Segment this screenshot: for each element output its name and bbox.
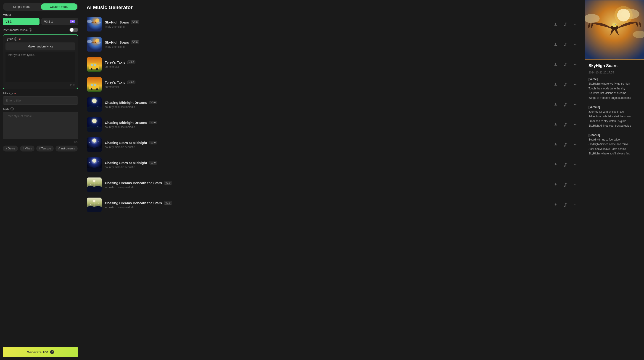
song-title-row: Chasing Stars at Midnight V3.0: [105, 161, 550, 165]
more-button[interactable]: [573, 162, 579, 168]
download-button[interactable]: [553, 142, 558, 148]
song-details: SkyHigh Soars 2024-10-22 20:17:55 [Verse…: [585, 60, 644, 160]
more-button[interactable]: [573, 61, 579, 67]
svg-point-30: [96, 88, 98, 90]
v3-info-icon[interactable]: ℹ: [10, 20, 12, 23]
svg-point-55: [99, 141, 99, 142]
notes-button[interactable]: [563, 122, 569, 127]
svg-rect-36: [87, 107, 102, 112]
svg-point-6: [577, 24, 577, 25]
lyrics-textarea[interactable]: [6, 52, 75, 82]
generate-button[interactable]: Generate 100 ✓: [3, 347, 78, 357]
svg-point-48: [97, 126, 98, 127]
svg-point-12: [576, 44, 576, 45]
more-button[interactable]: [573, 101, 579, 107]
custom-mode-button[interactable]: Custom mode: [41, 3, 78, 10]
notes-button[interactable]: [563, 61, 569, 67]
song-info: SkyHigh Soars V3.0 jingle energizing: [105, 40, 550, 48]
download-button[interactable]: [553, 21, 558, 27]
song-thumbnail: [87, 17, 102, 31]
notes-button[interactable]: [563, 202, 569, 208]
song-actions: [553, 202, 579, 208]
svg-point-10: [96, 38, 99, 42]
notes-button[interactable]: [563, 162, 569, 168]
song-title-row: SkyHigh Soars V3.0: [105, 40, 550, 44]
svg-point-93: [614, 6, 633, 24]
svg-point-57: [88, 146, 89, 147]
title-required: ★: [14, 91, 16, 95]
more-button[interactable]: [573, 202, 579, 208]
download-button[interactable]: [553, 122, 558, 127]
v35-button[interactable]: V3.5 ℹ Pro: [41, 18, 78, 25]
song-item[interactable]: SkyHigh Soars V3.0 jingle energizing: [84, 34, 582, 54]
song-item[interactable]: Terry's Taxis V3.0 commercial: [84, 74, 582, 94]
notes-button[interactable]: [563, 182, 569, 188]
v35-info-icon[interactable]: ℹ: [52, 20, 52, 23]
download-button[interactable]: [553, 182, 558, 188]
center-panel: AI Music Generator SkyHigh Soars V3.0 ji…: [81, 0, 584, 360]
style-info-icon[interactable]: ℹ: [10, 107, 14, 110]
notes-button[interactable]: [563, 81, 569, 87]
song-item[interactable]: Chasing Stars at Midnight V3.0 country m…: [84, 135, 582, 155]
more-button[interactable]: [573, 122, 579, 127]
song-info: Chasing Dreams Beneath the Stars V3.0 ac…: [105, 181, 550, 189]
more-button[interactable]: [573, 21, 579, 27]
notes-button[interactable]: [563, 101, 569, 107]
svg-point-51: [577, 124, 577, 125]
song-name: Chasing Midnight Dreams: [105, 121, 147, 125]
generate-label: Generate 100: [27, 350, 48, 354]
tag-tempos-button[interactable]: # Tempos: [36, 146, 54, 151]
tag-instruments-button[interactable]: # Instruments: [56, 146, 78, 151]
svg-point-19: [91, 68, 92, 70]
lyrics-info-icon[interactable]: ℹ: [14, 37, 17, 41]
more-button[interactable]: [573, 81, 579, 87]
v3-button[interactable]: V3 ℹ: [3, 18, 40, 25]
song-info: Chasing Stars at Midnight V3.0 country m…: [105, 141, 550, 149]
title-info-icon[interactable]: ℹ: [9, 92, 12, 95]
instrumental-toggle[interactable]: [70, 27, 78, 32]
song-item[interactable]: Terry's Taxis V3.0 commercial: [84, 54, 582, 74]
lyrics-required: ★: [18, 37, 21, 41]
svg-point-77: [574, 185, 575, 185]
svg-point-83: [98, 203, 99, 204]
song-info: Chasing Midnight Dreams V3.0 country aco…: [105, 121, 550, 129]
more-button[interactable]: [573, 142, 579, 148]
song-actions: [553, 41, 579, 47]
song-item[interactable]: Chasing Midnight Dreams V3.0 country aco…: [84, 114, 582, 135]
svg-point-64: [90, 162, 90, 163]
make-random-button[interactable]: Make random lyrics: [6, 42, 75, 50]
song-title-row: Chasing Dreams Beneath the Stars V3.0: [105, 201, 550, 205]
download-button[interactable]: [553, 81, 558, 87]
instrumental-info-icon[interactable]: ℹ: [29, 28, 32, 31]
version-badge: V3.0: [149, 101, 157, 104]
song-item[interactable]: Chasing Midnight Dreams V3.0 country aco…: [84, 94, 582, 114]
toggle-knob: [70, 28, 74, 32]
simple-mode-button[interactable]: Simple mode: [4, 3, 40, 10]
song-item[interactable]: SkyHigh Soars V3.0 jingle energizing: [84, 14, 582, 34]
notes-button[interactable]: [563, 41, 569, 47]
song-actions: [553, 162, 579, 168]
song-title-row: Terry's Taxis V3.0: [105, 80, 550, 84]
notes-button[interactable]: [563, 142, 569, 148]
song-name: SkyHigh Soars: [105, 20, 129, 24]
artwork-container: [585, 0, 644, 60]
song-name: Chasing Midnight Dreams: [105, 101, 147, 104]
song-actions: [553, 142, 579, 148]
song-item[interactable]: Chasing Dreams Beneath the Stars V3.0 ac…: [84, 195, 582, 215]
title-input[interactable]: [3, 96, 78, 105]
more-button[interactable]: [573, 41, 579, 47]
tag-genre-button[interactable]: # Genre: [3, 146, 18, 151]
download-button[interactable]: [553, 101, 558, 107]
song-item[interactable]: Chasing Stars at Midnight V3.0 country m…: [84, 155, 582, 175]
song-item[interactable]: Chasing Dreams Beneath the Stars V3.0 ac…: [84, 175, 582, 195]
svg-point-33: [577, 84, 577, 85]
download-button[interactable]: [553, 41, 558, 47]
download-button[interactable]: [553, 61, 558, 67]
more-button[interactable]: [573, 182, 579, 188]
notes-button[interactable]: [563, 21, 569, 27]
style-textarea[interactable]: [3, 112, 78, 139]
download-button[interactable]: [553, 202, 558, 208]
download-button[interactable]: [553, 162, 558, 168]
tag-vibes-button[interactable]: # Vibes: [20, 146, 34, 151]
model-label-row: Model: [3, 13, 78, 16]
